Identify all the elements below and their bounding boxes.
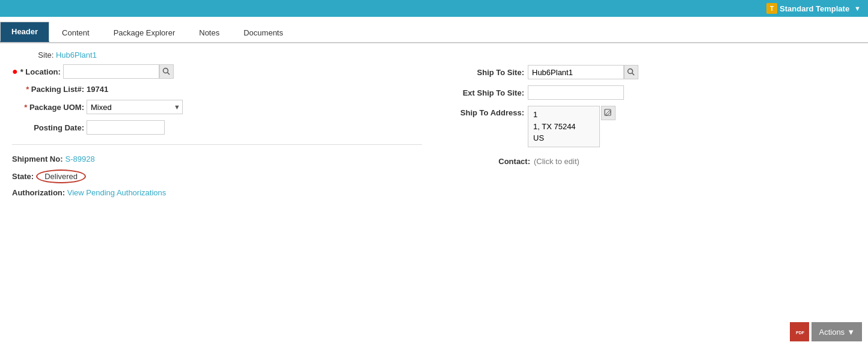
actions-label: Actions [819, 328, 845, 337]
tab-notes[interactable]: Notes [188, 23, 231, 42]
packing-list-value: 19741 [87, 85, 108, 94]
ship-to-address-label: Ship To Address: [446, 106, 524, 117]
svg-point-0 [163, 69, 168, 73]
svg-point-2 [628, 69, 633, 74]
authorization-link[interactable]: View Pending Authorizations [67, 188, 167, 197]
main-content: Site: Hub6Plant1 ● * Location: * Packi [0, 43, 868, 209]
template-icon: T [766, 3, 777, 14]
ext-ship-to-site-row: Ext Ship To Site: [446, 85, 856, 100]
packing-list-label: * Packing List#: [12, 85, 84, 94]
ship-to-site-input[interactable] [528, 65, 624, 79]
posting-date-row: Posting Date: [12, 120, 422, 135]
location-label: * Location: [20, 67, 61, 76]
actions-button[interactable]: Actions ▼ [811, 322, 862, 341]
tab-header[interactable]: Header [0, 22, 49, 42]
authorization-label: Authorization: [12, 188, 65, 197]
page-wrapper: T Standard Template ▼ Header Content Pac… [0, 0, 868, 345]
left-column: Site: Hub6Plant1 ● * Location: * Packi [12, 50, 422, 202]
search-icon [162, 67, 171, 76]
ext-ship-to-site-label: Ext Ship To Site: [446, 88, 524, 97]
address-dropdown-box: 1 1, TX 75244 US [528, 106, 600, 147]
state-value: Delivered [44, 172, 78, 181]
package-uom-wrapper: Mixed Each Box ▼ [87, 100, 183, 114]
tab-bar: Header Content Package Explorer Notes Do… [0, 17, 868, 43]
pdf-button[interactable]: PDF [790, 322, 809, 341]
bottom-bar: PDF Actions ▼ [784, 319, 868, 345]
shipment-no-label: Shipment No: [12, 154, 63, 163]
shipment-no-value[interactable]: S-89928 [66, 154, 95, 163]
package-uom-label: * Package UOM: [12, 103, 84, 112]
state-row: State: Delivered [12, 169, 422, 183]
package-uom-row: * Package UOM: Mixed Each Box ▼ [12, 100, 422, 114]
posting-date-input[interactable] [87, 120, 165, 135]
state-label: State: [12, 172, 34, 181]
address-edit-button[interactable] [601, 106, 616, 120]
location-row: ● * Location: [12, 64, 422, 79]
ship-to-site-label: Ship To Site: [446, 68, 524, 77]
ext-ship-to-site-input[interactable] [528, 85, 624, 100]
pdf-icon: PDF [795, 326, 804, 337]
location-input[interactable] [63, 64, 159, 79]
actions-arrow: ▼ [847, 328, 855, 337]
template-dropdown-arrow: ▼ [854, 5, 861, 12]
contact-click-text[interactable]: (Click to edit) [534, 157, 579, 166]
ship-to-site-search-icon [627, 68, 635, 76]
address-edit-icon [604, 109, 613, 117]
address-line1: 1 [533, 109, 594, 121]
address-line3: US [533, 132, 594, 144]
right-column: Ship To Site: Ext Ship To Site: Ship To … [446, 50, 856, 202]
contact-row: Contact: (Click to edit) [494, 157, 856, 166]
authorization-row: Authorization: View Pending Authorizatio… [12, 188, 422, 197]
tab-documents[interactable]: Documents [232, 23, 295, 42]
ship-to-address-row: Ship To Address: 1 1, TX 75244 US [446, 106, 856, 147]
shipment-no-row: Shipment No: S-89928 [12, 154, 422, 163]
svg-line-1 [167, 73, 170, 75]
ship-to-site-row: Ship To Site: [446, 65, 856, 79]
state-oval-border: Delivered [36, 169, 86, 183]
template-selector[interactable]: T Standard Template ▼ [766, 3, 861, 14]
tab-content[interactable]: Content [50, 23, 101, 42]
location-search-button[interactable] [159, 64, 174, 79]
address-combo: 1 1, TX 75244 US [528, 106, 616, 147]
package-uom-select[interactable]: Mixed Each Box [87, 100, 183, 114]
site-label: Site: [38, 50, 53, 60]
packing-list-row: * Packing List#: 19741 [12, 85, 422, 94]
site-value-link[interactable]: Hub6Plant1 [56, 50, 97, 60]
location-error-icon: ● [12, 66, 18, 77]
svg-line-3 [632, 73, 635, 76]
address-line2: 1, TX 75244 [533, 121, 594, 133]
template-label: Standard Template [780, 4, 849, 13]
ship-to-site-search-button[interactable] [624, 65, 638, 79]
contact-label: Contact: [494, 157, 530, 166]
top-bar: T Standard Template ▼ [0, 0, 868, 17]
posting-date-label: Posting Date: [12, 123, 84, 132]
site-row: Site: Hub6Plant1 [12, 50, 422, 60]
tab-package-explorer[interactable]: Package Explorer [102, 23, 187, 42]
svg-text:PDF: PDF [796, 331, 804, 335]
